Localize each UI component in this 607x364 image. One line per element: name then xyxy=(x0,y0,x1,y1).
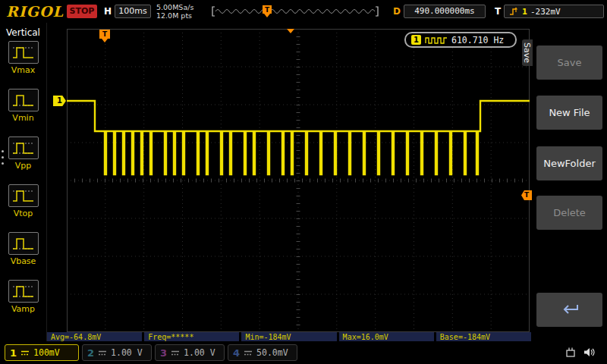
frequency-counter: 1 610.710 Hz xyxy=(404,32,517,48)
graticule xyxy=(67,29,530,332)
channel-4-status[interactable]: 450.0mV xyxy=(228,344,297,361)
delay-value[interactable]: 490.000000ms xyxy=(404,5,486,18)
dc-coupling-icon xyxy=(20,350,30,356)
left-menu-item-label: Vmax xyxy=(11,65,36,75)
left-menu-item-label: Vpp xyxy=(15,161,32,171)
memory-depth: 12.0M pts xyxy=(156,11,193,20)
vpp-icon xyxy=(8,136,39,159)
channel-number: 3 xyxy=(160,347,167,359)
channel-scale: 100mV xyxy=(33,347,60,358)
left-menu-items: VmaxVminVppVtopVbaseVamp xyxy=(0,38,46,325)
left-menu-item-vbase[interactable]: Vbase xyxy=(0,229,46,277)
strip-trigger-t: T xyxy=(265,6,270,14)
left-menu-item-label: Vmin xyxy=(12,113,33,123)
channel-bar: 1100mV21.00 V31.00 V450.0mV xyxy=(0,341,607,364)
channel-scale: 1.00 V xyxy=(111,347,143,358)
left-menu-item-vpp[interactable]: Vpp xyxy=(0,133,46,181)
left-menu-title: Vertical xyxy=(0,27,46,38)
strip-trigger-pointer xyxy=(264,14,270,17)
acquisition-info: 5.00MSa/s 12.0M pts xyxy=(156,3,193,20)
left-menu-item-label: Vbase xyxy=(11,256,36,266)
channel-number: 1 xyxy=(10,347,17,359)
freq-counter-channel: 1 xyxy=(411,35,421,45)
left-menu: Vertical VmaxVminVppVtopVbaseVamp xyxy=(0,23,47,341)
left-menu-item-vmax[interactable]: Vmax xyxy=(0,38,46,86)
menu-page-dots xyxy=(2,150,4,165)
channel-scale: 50.0mV xyxy=(256,347,288,358)
strip-wave-path xyxy=(215,10,375,14)
left-menu-item-vamp[interactable]: Vamp xyxy=(0,277,46,325)
trigger-center-indicator xyxy=(287,29,294,33)
speaker-icon[interactable] xyxy=(583,347,596,358)
trigger-source: 1 xyxy=(522,8,527,16)
trigger-level: -232mV xyxy=(530,7,561,17)
channel-scale: 1.00 V xyxy=(184,347,215,358)
top-bar: RIGOL STOP H 100ms 5.00MSa/s 12.0M pts T… xyxy=(0,0,607,23)
trigger-info[interactable]: 1 -232mV xyxy=(504,5,604,18)
trigger-label: T xyxy=(495,6,501,17)
dc-coupling-icon xyxy=(98,350,107,356)
dc-coupling-icon xyxy=(244,350,253,356)
vtop-icon xyxy=(8,184,39,207)
left-menu-item-vmin[interactable]: Vmin xyxy=(0,86,46,133)
timebase-value[interactable]: 100ms xyxy=(115,5,151,18)
menu-button-new-file[interactable]: New File xyxy=(536,96,602,130)
vbase-icon xyxy=(8,232,39,255)
channel-number: 4 xyxy=(233,347,240,359)
ch1-position-marker[interactable]: 1 xyxy=(53,96,66,106)
horizontal-label: H xyxy=(104,6,112,17)
vamp-icon xyxy=(8,280,39,303)
trigger-position-marker[interactable]: T xyxy=(99,30,110,39)
menu-tab-save: Save xyxy=(522,39,533,66)
run-stop-status[interactable]: STOP xyxy=(67,5,97,18)
channel-2-status[interactable]: 21.00 V xyxy=(82,344,152,361)
menu-button-back[interactable] xyxy=(536,293,602,327)
vmin-icon xyxy=(8,89,39,111)
menu-button-save[interactable]: Save xyxy=(536,46,602,80)
left-menu-item-vtop[interactable]: Vtop xyxy=(0,181,46,229)
right-menu: SaveNew FileNewFolderDelete xyxy=(533,23,607,341)
channel-3-status[interactable]: 31.00 V xyxy=(155,344,225,361)
freq-counter-value: 610.710 Hz xyxy=(451,35,504,46)
channel-1-status[interactable]: 1100mV xyxy=(5,344,79,361)
strip-right-bracket xyxy=(376,7,378,16)
menu-button-delete[interactable]: Delete xyxy=(536,196,602,230)
pulse-train-icon xyxy=(425,36,448,45)
horizontal-position-strip[interactable]: T xyxy=(211,5,379,18)
scope-display: 1 T T 1 610.710 Hz Avg=-64.8mVFreq=*****… xyxy=(47,23,533,341)
menu-button-newfolder[interactable]: NewFolder xyxy=(536,146,602,180)
sample-rate: 5.00MSa/s xyxy=(156,3,193,11)
channel-number: 2 xyxy=(87,347,94,359)
usb-icon xyxy=(565,347,577,358)
left-menu-item-label: Vtop xyxy=(14,209,33,218)
ch1-waveform xyxy=(67,101,530,174)
return-arrow-icon xyxy=(559,303,580,318)
rigol-logo: RIGOL xyxy=(6,3,64,20)
strip-left-bracket xyxy=(212,7,215,16)
vmax-icon xyxy=(8,41,39,64)
dc-coupling-icon xyxy=(171,350,180,356)
rising-edge-icon xyxy=(509,6,519,17)
delay-label: D xyxy=(393,6,401,17)
left-menu-item-label: Vamp xyxy=(11,304,35,314)
